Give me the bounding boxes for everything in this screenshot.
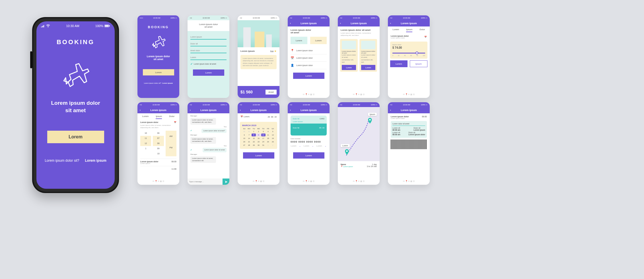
screen-chat: ••ıl10:30 AM100% ▭‹Lorem ipsum Manager L…	[188, 102, 229, 185]
svg-point-3	[369, 119, 371, 120]
hero-footer-link[interactable]: Lorem ipsum	[85, 159, 106, 163]
barcode	[391, 140, 427, 149]
submit-button[interactable]: Lorem	[193, 69, 224, 76]
dd-2[interactable]: Lorem	[304, 145, 309, 147]
ticket-block: Lorem dolor sit amet Lorem sit08:00 amDo…	[391, 121, 427, 138]
card-number[interactable]: 0000 0000 0000 0000	[291, 140, 327, 143]
screen-info: ••ıl10:30 AM100% ▭ ‹Lorem ipsum Lorem ip…	[288, 15, 330, 98]
calendar-icon[interactable]: 📅	[174, 121, 176, 124]
tab-3[interactable]: Dolor	[419, 28, 425, 32]
screen-detail: ••ıl10:30 AM100% ▭ Lorem ipsum 5.0 ★ Lor…	[238, 15, 279, 98]
screen-payment: ••ıl10:30 AM100% ▭‹Lorem ipsum Dolor Sit…	[288, 102, 330, 185]
hero-footer-question: Lorem ipsum dolor sit?	[45, 159, 79, 163]
pay-button[interactable]: Lorem	[293, 152, 324, 159]
description: Lorem ipsum dolor sit amet, consectetur …	[240, 55, 277, 69]
hero-screen: 10:30 AM 100% BOOKING Lorem ipsum dolor …	[36, 21, 115, 189]
chevron-down-icon: ⌄	[299, 145, 301, 147]
action-button[interactable]: Lorem	[293, 73, 324, 79]
dd-1[interactable]: Lorem	[291, 145, 297, 147]
time-picker[interactable]: 1011121 0607080910 AMPM	[137, 130, 179, 157]
status-bar: ••ıl ⩳10:30 AM100% ▭	[137, 15, 179, 20]
pin-label-2: Lorem	[341, 144, 350, 147]
status-bar: 10:30 AM 100%	[36, 21, 115, 30]
chip-b[interactable]: Lorem	[310, 37, 327, 44]
back-icon[interactable]: ‹	[190, 109, 191, 112]
title-row: Lorem ipsum 5.0 ★	[238, 47, 279, 55]
signal-icon	[41, 24, 45, 27]
bottom-nav: ✉ 📍 ✈ ▦ ☰	[288, 91, 330, 98]
back-icon[interactable]: ‹	[390, 109, 391, 112]
svg-rect-1	[105, 25, 109, 27]
plane-icon	[151, 34, 166, 50]
input-2[interactable]: Dolor sit	[190, 41, 227, 46]
price: $ 74.00	[392, 46, 425, 49]
star-icon: ★	[274, 50, 277, 53]
person-icon: 👤	[291, 64, 294, 67]
check-icon: ✔	[190, 130, 192, 132]
back-icon[interactable]: ‹	[240, 109, 241, 112]
pin-icon	[345, 149, 349, 155]
tabs: LoremIpsumDolor	[388, 26, 430, 34]
pin-icon: 📍	[291, 49, 294, 52]
price: $1 560	[240, 90, 253, 94]
side-button	[30, 51, 32, 68]
calendar-icon[interactable]: 📅	[424, 36, 427, 38]
svg-rect-2	[109, 25, 110, 26]
bottom-nav: ✉ 📍 ✈ ▦ ☰	[238, 178, 279, 185]
back-icon[interactable]: ‹	[390, 22, 391, 25]
card-1[interactable]: Lorem ipsum dolor sit amtLorem ipsum dol…	[340, 39, 358, 72]
tab-2[interactable]: Ipsum	[156, 115, 162, 119]
row-location[interactable]: 📍Lorem ipsum dolor	[291, 47, 327, 54]
status-bar: ••ıl10:30 AM100% ▭	[238, 15, 279, 20]
app-title: BOOKING	[36, 38, 115, 46]
apply-button[interactable]: Lorem	[390, 60, 408, 67]
range-slider[interactable]	[392, 53, 425, 54]
footer-link[interactable]: Lorem ipsum	[162, 82, 173, 84]
input-1[interactable]: Lorem ipsum	[190, 34, 227, 40]
reset-button[interactable]: Ipsum	[410, 60, 428, 67]
row-calendar[interactable]: 📅Lorem ipsum dolor	[291, 54, 327, 62]
calendar[interactable]: MARCH 2019 SUMOTUWETHFRSA303112345678910…	[240, 122, 277, 149]
bottom-nav: ✉ 📍 ✈ ▦ ☰	[338, 91, 380, 98]
screen-map: ••ıl10:30 AM100% ▭ Ipsum Lorem Name📍 Lor…	[338, 102, 380, 185]
send-button[interactable]: ➤	[223, 179, 229, 185]
checkbox-row[interactable]: ✔Lorem ipsum dolor sit amet	[190, 62, 227, 65]
hero-subtitle-1: Lorem ipsum dolor	[36, 100, 115, 106]
hero-footer: Lorem ipsum dolor sit? Lorem ipsum	[36, 159, 115, 163]
map[interactable]: Ipsum Lorem	[338, 107, 380, 161]
dd-3[interactable]: Lorem	[316, 145, 322, 147]
back-icon[interactable]: ‹	[140, 109, 141, 112]
tab-1[interactable]: Lorem	[393, 28, 399, 32]
status-bar: ••ıl10:30 AM100% ▭	[188, 15, 229, 20]
calendar-apply-button[interactable]: Lorem	[243, 152, 274, 159]
card-2[interactable]: Lorem ipsum dolor sit amtLorem ipsum dol…	[359, 39, 377, 72]
check-icon: ✔	[190, 62, 193, 65]
screen-ticket: ••ıl10:30 AM100% ▭‹Lorem ipsum Lorem ips…	[388, 102, 430, 185]
chip-a[interactable]: Lorem	[291, 37, 307, 44]
back-icon[interactable]: ‹	[290, 22, 291, 25]
input-3[interactable]: Amet dolor	[190, 48, 227, 53]
credit-card: Dolor SitCARD Lorem Ipsum Dolor Sit05 / …	[291, 116, 327, 136]
tab-3[interactable]: Dolor	[169, 115, 174, 119]
hero-subtitle-2: sit amet	[36, 107, 115, 114]
tab-1[interactable]: Lorem	[142, 115, 149, 119]
price-cta-button[interactable]: Amet	[266, 90, 277, 95]
header: ••ıl10:30 AM100% ▭ ‹Lorem ipsum	[288, 15, 330, 26]
chat-input-bar: ➤	[188, 179, 229, 185]
chat-input[interactable]	[188, 179, 223, 185]
check-icon: ✔	[190, 149, 192, 151]
status-time: 10:30 AM	[66, 24, 79, 28]
row-person[interactable]: 👤Lorem ipsum dolor	[291, 62, 327, 69]
back-icon[interactable]: ‹	[340, 22, 341, 25]
pin-icon	[368, 118, 372, 124]
tab-2[interactable]: Ipsum	[406, 28, 412, 32]
header: Lorem ipsum dolor sit amet	[188, 20, 229, 31]
card-btn[interactable]: Lorem	[342, 65, 356, 70]
bottom-nav: ✉ 📍 ✈ ▦ ☰	[288, 178, 330, 185]
back-icon[interactable]: ‹	[290, 109, 291, 112]
footer: Lorem ipsum dolor sit? Lorem ipsum	[137, 82, 179, 84]
hero-cta-button[interactable]: Lorem	[47, 131, 104, 143]
cta-button[interactable]: Lorem	[143, 69, 174, 75]
input-4[interactable]: Lorem	[190, 55, 227, 60]
card-btn[interactable]: Lorem	[361, 65, 375, 70]
